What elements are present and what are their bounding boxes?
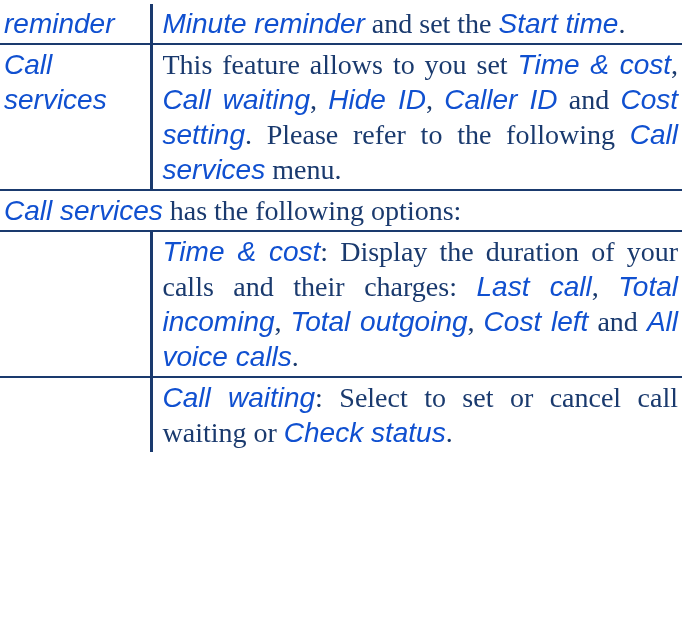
text: and set the: [365, 8, 499, 39]
row-label-cell: [0, 231, 151, 377]
term-call-services-heading: Call services: [4, 195, 163, 226]
text: ,: [671, 49, 678, 80]
term-call-waiting-2: Call waiting: [163, 382, 316, 413]
text: This feature allows to you set: [163, 49, 518, 80]
term-call-services: Call services: [4, 49, 107, 115]
text: . Please refer to the following: [245, 119, 630, 150]
term-last-call: Last call: [477, 271, 592, 302]
term-check-status: Check status: [284, 417, 446, 448]
term-time-cost-2: Time & cost: [163, 236, 321, 267]
table-row: Call services This feature allows to you…: [0, 44, 682, 190]
table-row: reminder Minute reminder and set the Sta…: [0, 4, 682, 44]
row-label-cell: Call services: [0, 44, 151, 190]
text: .: [292, 341, 299, 372]
text: ,: [592, 271, 619, 302]
section-cell: Call services has the following options:: [0, 190, 682, 231]
text: ,: [426, 84, 444, 115]
row-label-cell: reminder: [0, 4, 151, 44]
section-row: Call services has the following options:: [0, 190, 682, 231]
text: has the following options:: [163, 195, 462, 226]
manual-page: reminder Minute reminder and set the Sta…: [0, 0, 682, 452]
row-label-cell: [0, 377, 151, 452]
text: menu.: [265, 154, 341, 185]
term-cost-left: Cost left: [484, 306, 589, 337]
row-desc-cell: Time & cost: Display the duration of you…: [151, 231, 682, 377]
row-desc-cell: This feature allows to you set Time & co…: [151, 44, 682, 190]
table-row: Time & cost: Display the duration of you…: [0, 231, 682, 377]
row-desc-cell: Minute reminder and set the Start time.: [151, 4, 682, 44]
text: ,: [468, 306, 484, 337]
term-call-waiting: Call waiting: [163, 84, 310, 115]
term-time-cost: Time & cost: [518, 49, 671, 80]
row-desc-cell: Call waiting: Select to set or cancel ca…: [151, 377, 682, 452]
term-minute-reminder: Minute reminder: [163, 8, 365, 39]
text: .: [446, 417, 453, 448]
features-table: reminder Minute reminder and set the Sta…: [0, 4, 682, 452]
text: and: [588, 306, 647, 337]
term-caller-id: Caller ID: [444, 84, 557, 115]
term-reminder: reminder: [4, 8, 114, 39]
term-total-outgoing: Total outgoing: [291, 306, 468, 337]
text: ,: [275, 306, 291, 337]
table-row: Call waiting: Select to set or cancel ca…: [0, 377, 682, 452]
text: ,: [310, 84, 328, 115]
term-hide-id: Hide ID: [328, 84, 426, 115]
text: .: [618, 8, 625, 39]
text: and: [557, 84, 620, 115]
term-start-time: Start time: [499, 8, 619, 39]
